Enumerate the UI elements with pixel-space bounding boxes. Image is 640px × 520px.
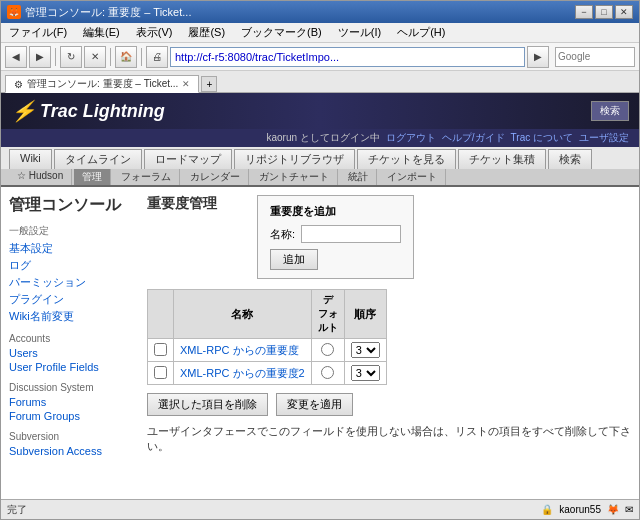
browser-tab-active[interactable]: ⚙ 管理コンソール: 重要度 – Ticket... ✕ [5, 75, 199, 93]
sub-nav-forum[interactable]: フォーラム [113, 169, 180, 185]
nav-tab-repo[interactable]: リポジトリブラウザ [234, 149, 355, 169]
help-link[interactable]: ヘルプ/ガイド [442, 131, 505, 145]
forward-button[interactable]: ▶ [29, 46, 51, 68]
row2-name-link[interactable]: XML-RPC からの重要度2 [180, 367, 305, 379]
row1-checkbox[interactable] [154, 343, 167, 356]
go-button[interactable]: ▶ [527, 46, 549, 68]
print-button[interactable]: 🖨 [146, 46, 168, 68]
status-text: 完了 [7, 503, 27, 517]
sidebar-link-permission[interactable]: パーミッション [9, 274, 139, 291]
sidebar-section-accounts: Accounts [9, 333, 139, 344]
menu-history[interactable]: 履歴(S) [184, 24, 229, 41]
new-tab-button[interactable]: + [201, 76, 217, 92]
status-bar: 完了 🔒 kaorun55 🦊 ✉ [1, 499, 639, 519]
col-default: デフォルト [311, 290, 344, 339]
search-box[interactable] [555, 47, 635, 67]
toolbar-separator [55, 48, 56, 66]
user-nav: kaorun としてログイン中 ログアウト ヘルプ/ガイド Trac について … [1, 129, 639, 147]
tab-label: 管理コンソール: 重要度 – Ticket... [27, 77, 178, 91]
row1-checkbox-cell[interactable] [148, 339, 174, 362]
nav-tab-roadmap[interactable]: ロードマップ [144, 149, 232, 169]
priority-table: 名称 デフォルト 順序 XML-RPC からの重要度 [147, 289, 387, 385]
user-info: kaorun としてログイン中 [266, 131, 379, 145]
browser-toolbar: ◀ ▶ ↻ ✕ 🏠 🖨 http://cf-r5:8080/trac/Ticke… [1, 43, 639, 71]
toolbar-separator3 [141, 48, 142, 66]
back-button[interactable]: ◀ [5, 46, 27, 68]
sidebar-link-forum-groups[interactable]: Forum Groups [9, 409, 139, 423]
row1-order-select[interactable]: 1 2 3 4 [351, 342, 380, 358]
reload-button[interactable]: ↻ [60, 46, 82, 68]
menu-tools[interactable]: ツール(I) [334, 24, 385, 41]
home-button[interactable]: 🏠 [115, 46, 137, 68]
menu-help[interactable]: ヘルプ(H) [393, 24, 449, 41]
status-right: 🔒 kaorun55 🦊 ✉ [541, 504, 633, 515]
sub-nav-calendar[interactable]: カレンダー [182, 169, 249, 185]
trac-logo-icon: ⚡ [11, 99, 36, 123]
table-row: XML-RPC からの重要度2 1 2 3 4 [148, 362, 387, 385]
tab-close-button[interactable]: ✕ [182, 79, 190, 89]
row2-checkbox[interactable] [154, 366, 167, 379]
sidebar-link-wiki-rename[interactable]: Wiki名前変更 [9, 308, 139, 325]
table-row: XML-RPC からの重要度 1 2 3 4 [148, 339, 387, 362]
logout-link[interactable]: ログアウト [386, 131, 436, 145]
sub-nav-stats[interactable]: 統計 [340, 169, 377, 185]
sub-nav-import[interactable]: インポート [379, 169, 446, 185]
sidebar: 管理コンソール 一般設定 基本設定 ログ パーミッション プラグイン Wiki名… [9, 195, 139, 491]
sub-nav-gantt[interactable]: ガントチャート [251, 169, 338, 185]
section-title: 重要度管理 [147, 195, 217, 213]
apply-button[interactable]: 変更を適用 [276, 393, 353, 416]
status-lock-icon: 🔒 [541, 504, 553, 515]
main-area: 重要度管理 重要度を追加 名称: 追加 [147, 195, 631, 491]
trac-header: ⚡ Trac Lightning 検索 [1, 93, 639, 129]
nav-tab-timeline[interactable]: タイムライン [54, 149, 142, 169]
sidebar-link-basic[interactable]: 基本設定 [9, 240, 139, 257]
stop-button[interactable]: ✕ [84, 46, 106, 68]
trac-logo: ⚡ Trac Lightning [11, 99, 165, 123]
about-link[interactable]: Trac について [511, 131, 573, 145]
sidebar-link-plugin[interactable]: プラグイン [9, 291, 139, 308]
col-order: 順序 [344, 290, 386, 339]
add-name-input[interactable] [301, 225, 401, 243]
sidebar-link-users[interactable]: Users [9, 346, 139, 360]
close-button[interactable]: ✕ [615, 5, 633, 19]
row2-default-radio[interactable] [321, 366, 334, 379]
sidebar-link-user-profile[interactable]: User Profile Fields [9, 360, 139, 374]
address-bar[interactable]: http://cf-r5:8080/trac/TicketImpo... [170, 47, 525, 67]
row2-order-select[interactable]: 1 2 3 4 [351, 365, 380, 381]
row1-default-radio[interactable] [321, 343, 334, 356]
nav-tab-ticket-stats[interactable]: チケット集積 [458, 149, 546, 169]
col-name: 名称 [174, 290, 312, 339]
delete-button[interactable]: 選択した項目を削除 [147, 393, 268, 416]
menu-file[interactable]: ファイル(F) [5, 24, 71, 41]
menu-bookmarks[interactable]: ブックマーク(B) [237, 24, 326, 41]
add-box-name-label: 名称: [270, 227, 295, 242]
status-firefox-icon: 🦊 [607, 504, 619, 515]
menu-edit[interactable]: 編集(E) [79, 24, 124, 41]
sidebar-link-forums[interactable]: Forums [9, 395, 139, 409]
row2-checkbox-cell[interactable] [148, 362, 174, 385]
browser-tab-bar: ⚙ 管理コンソール: 重要度 – Ticket... ✕ + [1, 71, 639, 93]
page-title: 管理コンソール [9, 195, 139, 216]
minimize-button[interactable]: − [575, 5, 593, 19]
page-content: ⚡ Trac Lightning 検索 kaorun としてログイン中 ログアウ… [1, 93, 639, 499]
add-button[interactable]: 追加 [270, 249, 318, 270]
sidebar-link-log[interactable]: ログ [9, 257, 139, 274]
trac-logo-text: Trac Lightning [40, 101, 165, 122]
trac-search-button[interactable]: 検索 [591, 101, 629, 121]
sidebar-link-svn-access[interactable]: Subversion Access [9, 444, 139, 458]
sub-nav-hudson[interactable]: ☆ Hudson [9, 169, 72, 185]
user-settings-link[interactable]: ユーザ設定 [579, 131, 629, 145]
nav-tab-wiki[interactable]: Wiki [9, 149, 52, 169]
status-user: kaorun55 [559, 504, 601, 515]
sidebar-section-subversion: Subversion [9, 431, 139, 442]
nav-tab-search[interactable]: 検索 [548, 149, 592, 169]
toolbar-separator2 [110, 48, 111, 66]
sub-nav-admin[interactable]: 管理 [74, 169, 111, 185]
maximize-button[interactable]: □ [595, 5, 613, 19]
sidebar-section-discussion: Discussion System [9, 382, 139, 393]
info-text: ユーザインタフェースでこのフィールドを使用しない場合は、リストの項目をすべて削除… [147, 424, 631, 454]
menu-view[interactable]: 表示(V) [132, 24, 177, 41]
row1-name-link[interactable]: XML-RPC からの重要度 [180, 344, 299, 356]
nav-tab-tickets[interactable]: チケットを見る [357, 149, 456, 169]
window-title: 管理コンソール: 重要度 – Ticket... [25, 5, 191, 20]
